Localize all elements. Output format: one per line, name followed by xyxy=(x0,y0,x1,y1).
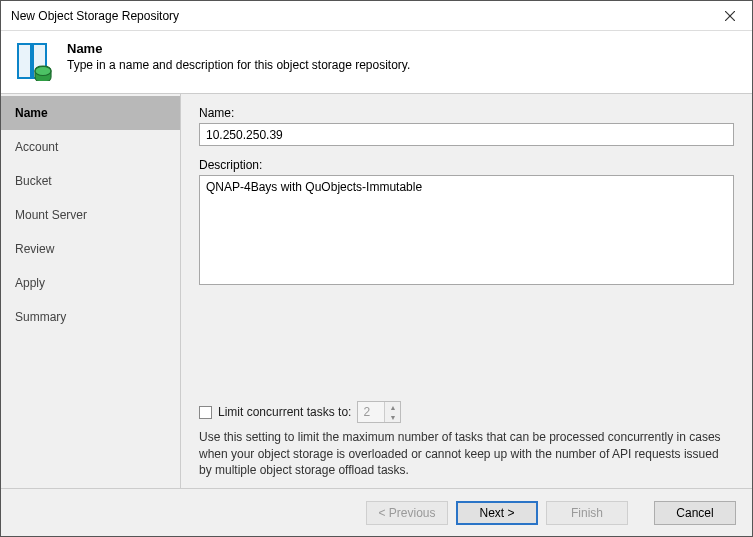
wizard-body: Name Account Bucket Mount Server Review … xyxy=(1,94,752,488)
step-apply[interactable]: Apply xyxy=(1,266,180,300)
svg-rect-2 xyxy=(18,44,31,78)
close-icon xyxy=(725,11,735,21)
step-mount-server[interactable]: Mount Server xyxy=(1,198,180,232)
dialog-window: New Object Storage Repository Name Type … xyxy=(0,0,753,537)
step-name[interactable]: Name xyxy=(1,96,180,130)
step-review[interactable]: Review xyxy=(1,232,180,266)
cancel-button[interactable]: Cancel xyxy=(654,501,736,525)
limit-checkbox[interactable] xyxy=(199,406,212,419)
wizard-content: Name: Description: Limit concurrent task… xyxy=(181,94,752,488)
step-summary[interactable]: Summary xyxy=(1,300,180,334)
name-label: Name: xyxy=(199,106,734,120)
description-label: Description: xyxy=(199,158,734,172)
description-input[interactable] xyxy=(199,175,734,285)
limit-spinner[interactable]: 2 ▲ ▼ xyxy=(357,401,401,423)
wizard-footer: < Previous Next > Finish Cancel xyxy=(1,488,752,536)
spinner-buttons: ▲ ▼ xyxy=(384,402,400,422)
previous-button: < Previous xyxy=(366,501,448,525)
limit-row: Limit concurrent tasks to: 2 ▲ ▼ xyxy=(199,391,734,423)
next-button[interactable]: Next > xyxy=(456,501,538,525)
header-text: Name Type in a name and description for … xyxy=(67,41,410,72)
limit-help-text: Use this setting to limit the maximum nu… xyxy=(199,429,734,478)
step-bucket[interactable]: Bucket xyxy=(1,164,180,198)
storage-icon xyxy=(15,41,55,81)
wizard-header: Name Type in a name and description for … xyxy=(1,31,752,94)
step-account[interactable]: Account xyxy=(1,130,180,164)
svg-point-4 xyxy=(35,67,51,76)
titlebar: New Object Storage Repository xyxy=(1,1,752,31)
name-input[interactable] xyxy=(199,123,734,146)
limit-value: 2 xyxy=(358,402,384,422)
wizard-steps: Name Account Bucket Mount Server Review … xyxy=(1,94,181,488)
header-subtitle: Type in a name and description for this … xyxy=(67,58,410,72)
spinner-down[interactable]: ▼ xyxy=(385,412,400,422)
header-title: Name xyxy=(67,41,410,56)
window-title: New Object Storage Repository xyxy=(11,9,179,23)
limit-checkbox-label: Limit concurrent tasks to: xyxy=(218,405,351,419)
spinner-up[interactable]: ▲ xyxy=(385,402,400,412)
finish-button: Finish xyxy=(546,501,628,525)
close-button[interactable] xyxy=(707,1,752,31)
